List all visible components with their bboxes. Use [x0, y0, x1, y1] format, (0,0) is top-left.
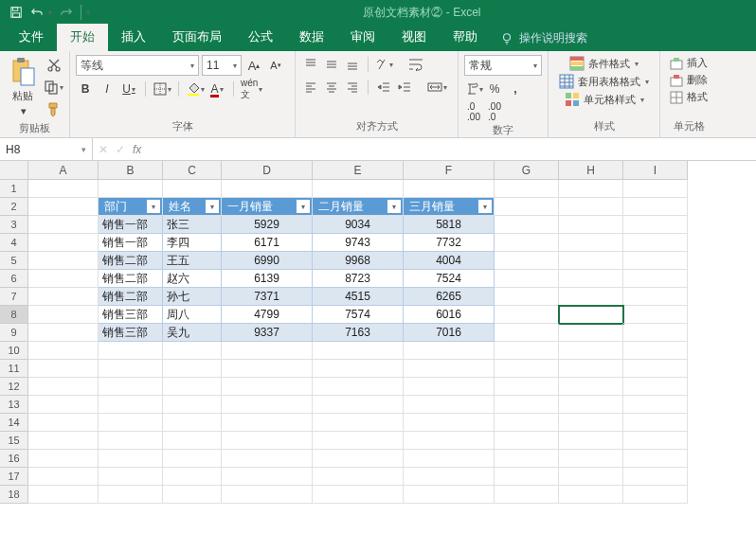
align-left-button[interactable]: [301, 78, 320, 97]
row-header-14[interactable]: 14: [0, 414, 28, 432]
cell-C5[interactable]: 王五: [163, 252, 222, 270]
select-all-corner[interactable]: [0, 161, 28, 180]
cell-F1[interactable]: [404, 180, 495, 198]
cell-G11[interactable]: [495, 360, 559, 378]
cell-H12[interactable]: [559, 378, 623, 396]
cell-B13[interactable]: [99, 396, 163, 414]
cell-D8[interactable]: 4799: [222, 306, 313, 324]
cell-I17[interactable]: [623, 468, 688, 486]
cell-C15[interactable]: [163, 432, 222, 450]
cell-G3[interactable]: [495, 216, 559, 234]
cell-G8[interactable]: [495, 306, 559, 324]
row-header-5[interactable]: 5: [0, 252, 28, 270]
filter-dropdown-icon[interactable]: ▾: [387, 200, 401, 213]
cell-H2[interactable]: [559, 198, 623, 216]
cell-H18[interactable]: [559, 486, 623, 504]
cell-E6[interactable]: 8723: [313, 270, 404, 288]
filter-dropdown-icon[interactable]: ▾: [478, 200, 492, 213]
delete-cells-button[interactable]: 删除: [666, 72, 711, 88]
cell-I5[interactable]: [623, 252, 688, 270]
cell-G5[interactable]: [495, 252, 559, 270]
align-center-button[interactable]: [322, 78, 341, 97]
cell-C13[interactable]: [163, 396, 222, 414]
cell-E15[interactable]: [313, 432, 404, 450]
chevron-down-icon[interactable]: ▾: [81, 145, 86, 154]
tab-insert[interactable]: 插入: [108, 24, 159, 51]
tab-page-layout[interactable]: 页面布局: [159, 24, 235, 51]
cell-B16[interactable]: [99, 450, 163, 468]
cell-A3[interactable]: [28, 216, 99, 234]
cell-E3[interactable]: 9034: [313, 216, 404, 234]
filter-dropdown-icon[interactable]: ▾: [147, 200, 160, 213]
cell-D4[interactable]: 6171: [222, 234, 313, 252]
cell-H17[interactable]: [559, 468, 623, 486]
cell-I3[interactable]: [623, 216, 688, 234]
cell-G13[interactable]: [495, 396, 559, 414]
cell-F13[interactable]: [404, 396, 495, 414]
cell-G12[interactable]: [495, 378, 559, 396]
cell-E2[interactable]: 二月销量▾: [313, 198, 404, 216]
cell-D7[interactable]: 7371: [222, 288, 313, 306]
cell-H5[interactable]: [559, 252, 623, 270]
row-header-7[interactable]: 7: [0, 288, 28, 306]
decrease-decimal-button[interactable]: .00.0: [485, 102, 504, 121]
cell-H11[interactable]: [559, 360, 623, 378]
cell-G17[interactable]: [495, 468, 559, 486]
insert-cells-button[interactable]: 插入: [666, 55, 711, 71]
tab-help[interactable]: 帮助: [440, 24, 491, 51]
cell-D6[interactable]: 6139: [222, 270, 313, 288]
cell-E17[interactable]: [313, 468, 404, 486]
cell-F9[interactable]: 7016: [404, 324, 495, 342]
cell-D12[interactable]: [222, 378, 313, 396]
cell-A13[interactable]: [28, 396, 99, 414]
cell-G10[interactable]: [495, 342, 559, 360]
cell-B18[interactable]: [99, 486, 163, 504]
cell-B11[interactable]: [99, 360, 163, 378]
cell-C1[interactable]: [163, 180, 222, 198]
cell-D10[interactable]: [222, 342, 313, 360]
row-header-6[interactable]: 6: [0, 270, 28, 288]
cell-C3[interactable]: 张三: [163, 216, 222, 234]
col-header-E[interactable]: E: [313, 161, 404, 180]
cell-H9[interactable]: [559, 324, 623, 342]
cell-I11[interactable]: [623, 360, 688, 378]
cell-I2[interactable]: [623, 198, 688, 216]
cell-D9[interactable]: 9337: [222, 324, 313, 342]
cell-C11[interactable]: [163, 360, 222, 378]
merge-center-button[interactable]: ▾: [427, 78, 447, 97]
cell-I15[interactable]: [623, 432, 688, 450]
row-header-10[interactable]: 10: [0, 342, 28, 360]
cell-F6[interactable]: 7524: [404, 270, 495, 288]
format-as-table-button[interactable]: 套用表格格式▾: [555, 73, 653, 90]
cell-H13[interactable]: [559, 396, 623, 414]
cell-I12[interactable]: [623, 378, 688, 396]
cell-F14[interactable]: [404, 414, 495, 432]
cell-A16[interactable]: [28, 450, 99, 468]
cell-G9[interactable]: [495, 324, 559, 342]
increase-indent-button[interactable]: [395, 78, 414, 97]
cell-H6[interactable]: [559, 270, 623, 288]
font-name-combo[interactable]: 等线▾: [76, 55, 199, 76]
cell-F8[interactable]: 6016: [404, 306, 495, 324]
tab-view[interactable]: 视图: [388, 24, 440, 51]
cell-C10[interactable]: [163, 342, 222, 360]
cell-C12[interactable]: [163, 378, 222, 396]
cell-C4[interactable]: 李四: [163, 234, 222, 252]
cell-B15[interactable]: [99, 432, 163, 450]
formula-input[interactable]: [149, 143, 291, 156]
cell-E7[interactable]: 4515: [313, 288, 404, 306]
cell-E11[interactable]: [313, 360, 404, 378]
cell-C9[interactable]: 吴九: [163, 324, 222, 342]
cell-A10[interactable]: [28, 342, 99, 360]
save-icon[interactable]: [9, 6, 23, 19]
format-cells-button[interactable]: 格式: [666, 89, 711, 105]
col-header-A[interactable]: A: [28, 161, 99, 180]
decrease-indent-button[interactable]: [374, 78, 393, 97]
cell-A12[interactable]: [28, 378, 99, 396]
cell-H16[interactable]: [559, 450, 623, 468]
accounting-format-button[interactable]: ▾: [464, 80, 483, 98]
cell-I4[interactable]: [623, 234, 688, 252]
cell-A1[interactable]: [28, 180, 99, 198]
cell-C7[interactable]: 孙七: [163, 288, 222, 306]
cell-G15[interactable]: [495, 432, 559, 450]
